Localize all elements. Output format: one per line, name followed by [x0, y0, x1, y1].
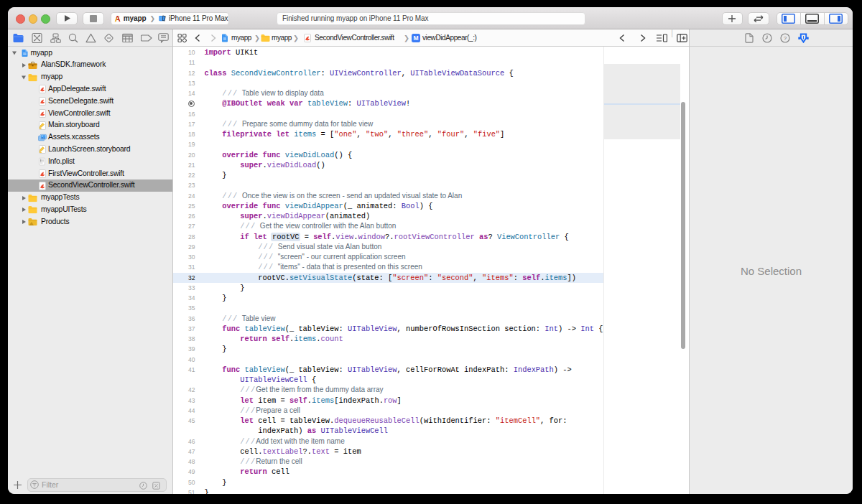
- svg-text:M: M: [413, 34, 418, 42]
- svg-text:?: ?: [784, 35, 787, 42]
